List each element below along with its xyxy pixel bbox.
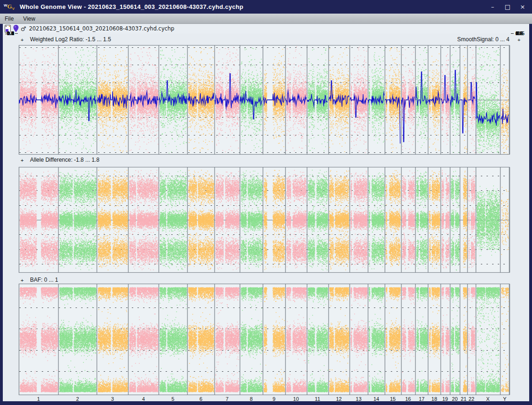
menu-view[interactable]: View <box>23 15 35 22</box>
allele-difference-chart[interactable] <box>3 167 529 273</box>
allele-diff-panel-title: Allele Difference: -1.8 ... 1.8 <box>30 157 99 163</box>
smoothsignal-title: SmoothSignal: 0 ... 4 <box>423 36 509 43</box>
chrom-label-17: 17 <box>415 396 429 402</box>
title-bar[interactable]: W G V Whole Genome View - 20210623_15061… <box>0 0 532 14</box>
chrom-label-5: 5 <box>166 396 180 402</box>
genome-view-content: + Weighted Log2 Ratio: -1.5 ... 1.5 Smoo… <box>3 33 529 401</box>
log2-panel-title: Weighted Log2 Ratio: -1.5 ... 1.5 <box>30 36 111 43</box>
maximize-icon[interactable]: □ <box>504 3 511 10</box>
baf-chart[interactable] <box>3 284 529 395</box>
axis-tick-label: 0 <box>516 30 518 36</box>
chrom-label-9: 9 <box>267 396 281 402</box>
chrom-label-14: 14 <box>369 396 383 402</box>
chrom-label-22: 22 <box>464 396 479 402</box>
menu-file[interactable]: File <box>5 15 14 22</box>
chrom-label-8: 8 <box>244 396 258 402</box>
axis-tick-label: 0 <box>3 30 14 36</box>
chrom-label-3: 3 <box>106 396 120 402</box>
window-title: Whole Genome View - 20210623_150614_003_… <box>20 3 243 10</box>
chrom-label-7: 7 <box>220 396 234 402</box>
log2-zoom-in-button[interactable]: + <box>21 37 23 43</box>
allele-diff-zoom-in-button[interactable]: + <box>21 158 23 163</box>
close-icon[interactable]: × <box>519 3 526 10</box>
male-symbol: ♂ <box>21 25 26 32</box>
chrom-label-1: 1 <box>31 396 46 402</box>
chrom-label-4: 4 <box>137 396 151 402</box>
baf-panel-title: BAF: 0 ... 1 <box>30 277 58 283</box>
chrom-label-12: 12 <box>332 396 346 402</box>
menu-bar: File View <box>0 14 532 24</box>
chrom-label-10: 10 <box>289 396 303 402</box>
log2-ratio-chart[interactable] <box>3 45 529 155</box>
minimize-icon[interactable]: – <box>489 3 496 10</box>
sample-file-name: 20210623_150614_003_20210608-43037.cyhd.… <box>29 25 175 32</box>
chrom-label-11: 11 <box>311 396 325 402</box>
sample-bar: ♂ 20210623_150614_003_20210608-43037.cyh… <box>3 24 529 33</box>
chrom-label-15: 15 <box>386 396 400 402</box>
chrom-label-2: 2 <box>70 396 84 402</box>
wgv-logo-icon: W G V <box>4 3 15 11</box>
chrom-label-Y: Y <box>498 396 512 402</box>
axis-tick <box>511 33 514 34</box>
chrom-label-16: 16 <box>401 396 415 402</box>
baf-zoom-in-button[interactable]: + <box>21 278 23 283</box>
axis-tick <box>15 33 18 34</box>
chrom-label-X: X <box>481 396 495 402</box>
smoothsignal-zoom-in-button[interactable]: + <box>517 37 520 43</box>
app-window: W G V Whole Genome View - 20210623_15061… <box>0 0 532 405</box>
chrom-label-6: 6 <box>194 396 208 402</box>
chrom-label-13: 13 <box>351 396 365 402</box>
